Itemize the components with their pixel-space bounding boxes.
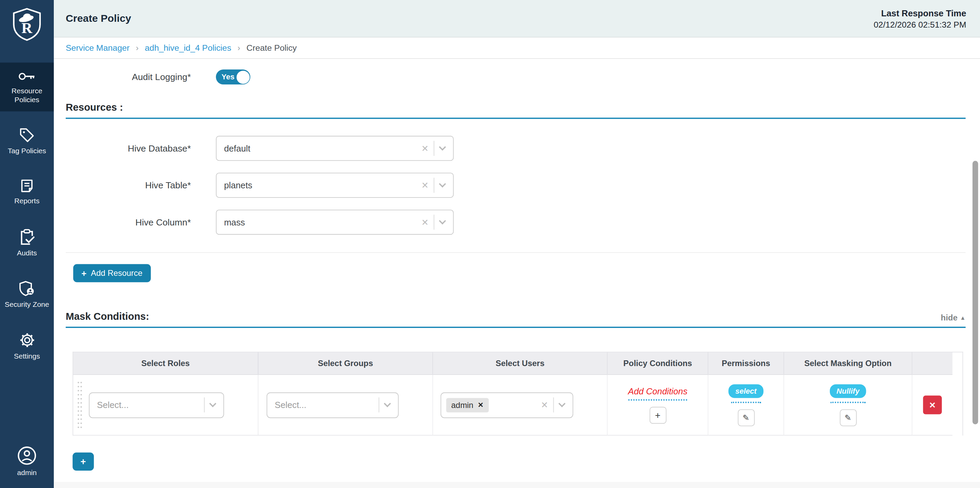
sidebar-item-label: Reports (2, 197, 51, 205)
breadcrumb-separator: › (237, 43, 240, 53)
sidebar: R Resource Policies Tag Policies (0, 0, 54, 488)
chevron-down-icon[interactable] (434, 147, 453, 149)
clear-icon[interactable]: ✕ (417, 143, 434, 153)
breadcrumb-link-service-manager[interactable]: Service Manager (66, 43, 130, 53)
sidebar-item-reports[interactable]: Reports (0, 172, 54, 213)
svg-text:R: R (21, 20, 33, 37)
clear-icon[interactable]: ✕ (417, 180, 434, 190)
last-response-time: 02/12/2026 02:51:32 PM (874, 20, 966, 29)
sidebar-item-label: Security Zone (2, 300, 51, 308)
pencil-icon: ✎ (743, 413, 749, 421)
plus-icon: + (655, 411, 660, 420)
clipboard-check-icon (19, 229, 35, 246)
hive-column-value: mass (216, 217, 417, 227)
add-resource-button[interactable]: + Add Resource (73, 264, 151, 282)
audit-logging-label: Audit Logging* (66, 72, 216, 82)
scrollbar-thumb[interactable] (972, 161, 978, 424)
chevron-down-icon[interactable] (434, 184, 453, 186)
col-header-permissions: Permissions (708, 353, 784, 375)
mask-conditions-table: Select Roles Select Groups Select Users … (73, 352, 963, 436)
page-title: Create Policy (66, 13, 131, 24)
resources-section-header: Resources : (66, 102, 966, 119)
dotted-underline (830, 402, 865, 403)
sidebar-user-menu[interactable]: admin (0, 441, 54, 482)
sidebar-user-label: admin (0, 468, 54, 477)
last-response-block: Last Response Time 02/12/2026 02:51:32 P… (874, 8, 966, 29)
main-area: Create Policy Last Response Time 02/12/2… (54, 0, 980, 488)
hive-database-label: Hive Database* (66, 143, 216, 153)
breadcrumb-separator: › (136, 43, 138, 53)
hive-column-select[interactable]: mass ✕ (216, 210, 453, 235)
mask-conditions-title: Mask Conditions: (66, 311, 149, 322)
hive-table-value: planets (216, 180, 417, 190)
sidebar-item-label: Audits (2, 249, 51, 258)
resource-fields: Hive Database* default ✕ Hive Table* pla… (66, 136, 966, 235)
groups-select[interactable]: Select... (267, 392, 399, 418)
dotted-underline (731, 402, 761, 403)
footer-strip (54, 482, 980, 488)
shield-user-icon (18, 280, 35, 297)
toggle-on-label: Yes (222, 72, 235, 81)
pencil-icon: ✎ (845, 413, 851, 421)
user-chip-label: admin (451, 400, 473, 410)
audit-logging-toggle[interactable]: Yes (216, 70, 250, 84)
drag-handle-icon[interactable] (77, 380, 82, 430)
hide-section-link[interactable]: hide▲ (941, 313, 966, 323)
col-header-policy-conditions: Policy Conditions (608, 353, 709, 375)
col-header-select-users: Select Users (433, 353, 608, 375)
add-conditions-link[interactable]: Add Conditions (628, 386, 687, 401)
roles-placeholder: Select... (89, 400, 204, 410)
cell-policy-conditions: Add Conditions + (608, 375, 709, 436)
top-bar: Create Policy Last Response Time 02/12/2… (54, 0, 980, 37)
hive-table-row: Hive Table* planets ✕ (66, 173, 966, 198)
chevron-down-icon[interactable] (434, 221, 453, 223)
hive-database-row: Hive Database* default ✕ (66, 136, 966, 161)
edit-masking-button[interactable]: ✎ (839, 409, 856, 426)
last-response-label: Last Response Time (874, 8, 966, 18)
users-select[interactable]: admin ✕ ✕ (441, 392, 573, 418)
chevron-down-icon[interactable] (379, 404, 398, 406)
roles-select[interactable]: Select... (89, 392, 224, 418)
cell-actions: ✕ (913, 375, 953, 436)
col-header-select-groups: Select Groups (258, 353, 433, 375)
chip-remove-icon[interactable]: ✕ (478, 401, 484, 409)
chevron-down-icon[interactable] (554, 404, 573, 406)
breadcrumb-current: Create Policy (247, 43, 297, 53)
clear-icon[interactable]: ✕ (536, 400, 553, 410)
sidebar-item-settings[interactable]: Settings (0, 325, 54, 368)
tag-icon (19, 127, 35, 143)
hive-database-value: default (216, 143, 417, 153)
ranger-shield-icon: R (11, 8, 43, 41)
cell-permissions: select ✎ (708, 375, 784, 436)
sidebar-item-resource-policies[interactable]: Resource Policies (0, 63, 54, 111)
policy-form: Audit Logging* Yes Resources : Hive Data… (54, 59, 980, 488)
delete-row-button[interactable]: ✕ (923, 395, 942, 414)
groups-placeholder: Select... (267, 400, 379, 410)
clear-icon[interactable]: ✕ (417, 217, 434, 227)
sidebar-item-tag-policies[interactable]: Tag Policies (0, 120, 54, 163)
breadcrumb: Service Manager › adh_hive_id_4 Policies… (54, 37, 980, 59)
permissions-badge[interactable]: select (729, 384, 764, 397)
masking-option-badge[interactable]: Nullify (829, 384, 866, 397)
chevron-down-icon[interactable] (205, 404, 223, 406)
sidebar-item-security-zone[interactable]: Security Zone (0, 273, 54, 316)
ranger-logo[interactable]: R (11, 8, 43, 44)
breadcrumb-link-policies[interactable]: adh_hive_id_4 Policies (145, 43, 231, 53)
cell-select-roles: Select... (73, 375, 258, 436)
user-circle-icon (17, 446, 37, 466)
add-condition-button[interactable]: + (649, 407, 667, 424)
toggle-knob (236, 70, 250, 84)
report-icon (19, 178, 34, 194)
audit-logging-row: Audit Logging* Yes (66, 67, 966, 87)
sidebar-item-audits[interactable]: Audits (0, 222, 54, 265)
hive-table-select[interactable]: planets ✕ (216, 173, 453, 198)
table-header-row: Select Roles Select Groups Select Users … (73, 353, 963, 375)
col-header-select-roles: Select Roles (73, 353, 258, 375)
caret-up-icon: ▲ (960, 315, 966, 321)
resources-divider (66, 252, 966, 253)
hive-database-select[interactable]: default ✕ (216, 136, 453, 161)
edit-permissions-button[interactable]: ✎ (738, 409, 754, 426)
add-mask-condition-row-button[interactable]: + (73, 453, 94, 471)
cell-select-users: admin ✕ ✕ (433, 375, 608, 436)
hive-table-label: Hive Table* (66, 180, 216, 190)
